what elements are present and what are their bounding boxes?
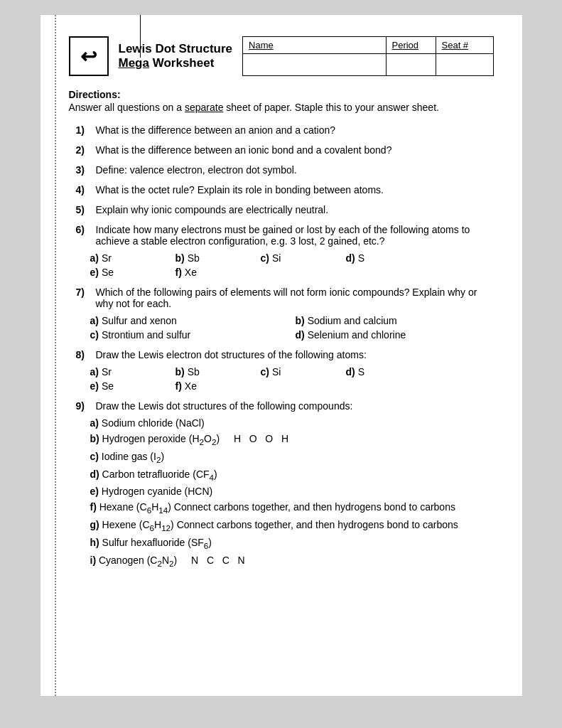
q7-num: 7) bbox=[76, 287, 92, 309]
q2-text: What is the difference between an ionic … bbox=[96, 144, 494, 156]
questions-list: 1) What is the difference between an ani… bbox=[69, 124, 494, 568]
logo-icon: ↩ bbox=[80, 45, 97, 68]
q9-b: b) Hydrogen peroxide (H2O2) H O O H bbox=[90, 433, 494, 446]
question-9: 9) Draw the Lewis dot structures of the … bbox=[76, 400, 494, 568]
q5-num: 5) bbox=[76, 204, 92, 215]
q4-text: What is the octet rule? Explain its role… bbox=[96, 184, 494, 196]
q6-d: d)S bbox=[346, 252, 417, 264]
q6-b: b)Sb bbox=[175, 252, 247, 264]
directions-label: Directions: bbox=[69, 89, 494, 100]
name-value[interactable] bbox=[243, 54, 385, 75]
name-field: Name bbox=[243, 37, 386, 75]
q9-num: 9) bbox=[76, 400, 92, 412]
q9-text: Draw the Lewis dot structures of the fol… bbox=[96, 400, 494, 412]
seat-value[interactable] bbox=[436, 54, 493, 75]
title-box: Lewis Dot Structure Mega Worksheet bbox=[109, 36, 243, 76]
q8-subitems: a)Sr b)Sb c)Si d)S e)Se f)Xe bbox=[90, 366, 494, 392]
header: ↩ Lewis Dot Structure Mega Worksheet Nam… bbox=[69, 36, 494, 76]
q9-a: a) Sodium chloride (NaCl) bbox=[90, 417, 494, 429]
period-value[interactable] bbox=[387, 54, 436, 75]
q7-text: Which of the following pairs of elements… bbox=[96, 287, 494, 309]
q2-num: 2) bbox=[76, 144, 92, 156]
question-7: 7) Which of the following pairs of eleme… bbox=[76, 287, 494, 341]
question-2: 2) What is the difference between an ion… bbox=[76, 144, 494, 156]
question-5: 5) Explain why ionic compounds are elect… bbox=[76, 204, 494, 215]
q8-text: Draw the Lewis electron dot structures o… bbox=[96, 349, 494, 360]
worksheet-page: ↩ Lewis Dot Structure Mega Worksheet Nam… bbox=[40, 14, 523, 697]
q9-g: g) Hexene (C6H12) Connect carbons togeth… bbox=[90, 519, 494, 532]
q6-a: a)Sr bbox=[90, 252, 161, 264]
q8-num: 8) bbox=[76, 349, 92, 360]
q8-f: f)Xe bbox=[175, 380, 247, 392]
q3-text: Define: valence electron, electron dot s… bbox=[96, 164, 494, 176]
q8-b: b)Sb bbox=[175, 366, 247, 378]
q9-c: c) Iodine gas (I2) bbox=[90, 451, 494, 464]
logo-box: ↩ bbox=[69, 36, 109, 76]
q9-h: h) Sulfur hexafluoride (SF6) bbox=[90, 537, 494, 550]
q7-d: d)Selenium and chlorine bbox=[296, 329, 480, 341]
question-6: 6) Indicate how many electrons must be g… bbox=[76, 224, 494, 278]
q6-subitems: a)Sr b)Sb c)Si d)S e)Se f)Xe bbox=[90, 252, 494, 278]
q9-f: f) Hexane (C6H14) Connect carbons togeth… bbox=[90, 501, 494, 515]
seat-field: Seat # bbox=[436, 37, 493, 75]
header-fields: Name Period Seat # bbox=[242, 36, 493, 76]
q6-text: Indicate how many electrons must be gain… bbox=[96, 224, 494, 247]
period-label: Period bbox=[387, 37, 436, 54]
q7-b: b)Sodium and calcium bbox=[296, 315, 480, 326]
q7-c: c)Strontium and sulfur bbox=[90, 329, 274, 341]
q1-text: What is the difference between an anion … bbox=[96, 124, 494, 136]
q7-subitems: a)Sulfur and xenon b)Sodium and calcium … bbox=[90, 315, 494, 341]
title-line2: Mega Worksheet bbox=[119, 56, 233, 70]
q7-a: a)Sulfur and xenon bbox=[90, 315, 274, 326]
q6-f: f)Xe bbox=[175, 267, 247, 278]
q8-a: a)Sr bbox=[90, 366, 161, 378]
directions-part2: sheet of paper. Staple this to your answ… bbox=[223, 102, 439, 113]
q9-d: d) Carbon tetrafluoride (CF4) bbox=[90, 469, 494, 482]
title-suffix: Worksheet bbox=[153, 56, 215, 70]
question-3: 3) Define: valence electron, electron do… bbox=[76, 164, 494, 176]
title-underline: Mega bbox=[119, 56, 149, 70]
q9-i: i) Cyanogen (C2N2) N C C N bbox=[90, 555, 494, 568]
q6-c: c)Si bbox=[261, 252, 332, 264]
q8-c: c)Si bbox=[261, 366, 332, 378]
directions-underline: separate bbox=[185, 102, 223, 113]
q6-num: 6) bbox=[76, 224, 92, 247]
title-line1: Lewis Dot Structure bbox=[119, 42, 233, 56]
q8-e: e)Se bbox=[90, 380, 161, 392]
seat-label: Seat # bbox=[436, 37, 493, 54]
name-label: Name bbox=[243, 37, 385, 54]
q1-num: 1) bbox=[76, 124, 92, 136]
q5-text: Explain why ionic compounds are electric… bbox=[96, 204, 494, 215]
q3-num: 3) bbox=[76, 164, 92, 176]
q6-e: e)Se bbox=[90, 267, 161, 278]
question-1: 1) What is the difference between an ani… bbox=[76, 124, 494, 136]
q9-subitems: a) Sodium chloride (NaCl) b) Hydrogen pe… bbox=[90, 417, 494, 568]
q8-d: d)S bbox=[346, 366, 417, 378]
question-8: 8) Draw the Lewis electron dot structure… bbox=[76, 349, 494, 392]
directions-part1: Answer all questions on a bbox=[69, 102, 185, 113]
directions-text: Answer all questions on a separate sheet… bbox=[69, 102, 494, 113]
q4-num: 4) bbox=[76, 184, 92, 196]
question-4: 4) What is the octet rule? Explain its r… bbox=[76, 184, 494, 196]
period-field: Period bbox=[387, 37, 436, 75]
q9-e: e) Hydrogen cyanide (HCN) bbox=[90, 486, 494, 497]
